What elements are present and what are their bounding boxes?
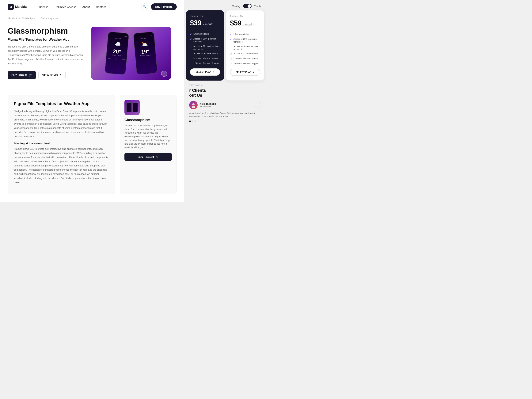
avatar-image: [191, 102, 196, 108]
hero-section: Glassmorphism Figma File Templates for W…: [0, 23, 184, 87]
platinum-feature-3: ✓ Access to 10 new templates per month: [230, 45, 260, 51]
nav-contact[interactable]: Contact: [96, 5, 106, 9]
platinum-feature-1-text: Lifetime updates: [234, 33, 249, 36]
hero-buttons: BUY - $46.00 🛒 VIEW DEMO ↗: [8, 71, 84, 79]
premium-select-label: SELECT PLAN: [196, 71, 211, 73]
toggle-knob: [247, 4, 251, 8]
premium-feature-1-text: Lifetime updates: [193, 32, 209, 35]
pricing-cards: Premium plan $39 / month ✓ Lifetime upda…: [186, 10, 264, 81]
hero-buy-button[interactable]: BUY - $46.00 🛒: [8, 71, 36, 79]
premium-feature-6: ✓ 12 Month Premium Support: [190, 62, 220, 65]
nav-about[interactable]: About: [82, 5, 90, 9]
mini-phone-2: [133, 102, 138, 112]
premium-select-button[interactable]: SELECT PLAN ↗: [190, 68, 220, 76]
breadcrumb-current: Glassmorphism: [40, 17, 57, 20]
platinum-feature-6-text: 24 Month Premium Support: [234, 62, 259, 65]
nav-browse[interactable]: Borwse: [39, 5, 48, 9]
plat-check-4: ✓: [230, 52, 232, 56]
nav-unlimited-access[interactable]: Unlimited Access: [55, 5, 76, 9]
time-2: 9AM: [114, 58, 117, 60]
hero-demo-button[interactable]: VIEW DEMO ↗: [38, 71, 66, 79]
premium-plan-label: Premium plan: [190, 15, 220, 18]
dot-indicators: [189, 120, 261, 122]
premium-feature-4-text: Access To Future Products: [193, 52, 218, 55]
phone-back: 1:41 Weather ☁️ 20° Toronto, Canada 6AM …: [105, 32, 129, 75]
time-3: 12PM: [121, 59, 125, 60]
product-card: Glassmorphism Included are only 2 mobile…: [120, 95, 177, 194]
product-image: [124, 100, 140, 115]
platinum-feature-3-text: Access to 10 new templates per month: [234, 45, 260, 51]
product-image-content: [126, 102, 138, 112]
platinum-arrow-icon: ↗: [253, 71, 255, 74]
hero-content: Glassmorphism Figma File Templates for W…: [8, 27, 84, 80]
hero-buy-label: BUY - $46.00: [11, 74, 28, 76]
platinum-select-button[interactable]: SELECT PLAN ↗: [230, 69, 260, 76]
hero-subtitle: Figma File Templates for Weather App: [8, 38, 84, 42]
svg-point-0: [192, 103, 195, 105]
testimonial-heading-line2: out Us: [189, 93, 202, 98]
platinum-feature-2-text: Access to 290+ premium templates: [234, 38, 260, 44]
product-description: Included are only 2 mobile app screens, …: [124, 124, 172, 149]
article-paragraph-2: Framer allows you to create fully intera…: [14, 147, 109, 185]
toggle-switch[interactable]: [243, 4, 252, 8]
premium-feature-4: ✓ Access To Future Products: [190, 52, 220, 56]
platinum-feature-5: ✓ Unlimited Website License: [230, 57, 260, 61]
platinum-feature-5-text: Unlimited Website License: [234, 57, 258, 60]
dot-2[interactable]: [192, 120, 193, 122]
breadcrumb-product[interactable]: Product: [8, 17, 17, 20]
forecast-row: 6AM 9AM 12PM: [108, 57, 125, 60]
arrow-icon: ↗: [59, 74, 62, 76]
product-buy-label: BUY - $46.00: [138, 155, 154, 158]
article-subheading: Starting at the atomic level: [14, 142, 109, 145]
premium-feature-5: ✓ Unlimited Website License: [190, 57, 220, 60]
plat-check-3: ✓: [230, 45, 232, 48]
search-button[interactable]: 🔍: [141, 3, 148, 10]
product-title: Glassmorphism: [124, 118, 172, 122]
chevron-right-icon: ›: [257, 103, 258, 107]
premium-feature-6-text: 12 Month Premium Support: [193, 62, 219, 65]
toggle-yearly: Yearly: [254, 5, 261, 8]
platinum-feature-2: ✓ Access to 290+ premium templates: [230, 38, 260, 44]
platinum-feature-6: ✓ 24 Month Premium Support: [230, 62, 260, 66]
check-icon-4: ✓: [190, 52, 192, 56]
buy-template-button[interactable]: Buy Template: [151, 3, 177, 10]
product-cart-icon: 🛒: [155, 155, 159, 158]
breadcrumb: Product / Mobile Apps / Glassmorphism: [0, 14, 184, 23]
plat-check-1: ✓: [230, 33, 232, 36]
breadcrumb-sep2: /: [38, 17, 39, 20]
platinum-plan-card: Platinum Plan $59 / month ✓ Lifetime upd…: [226, 10, 264, 81]
testimonial-next-button[interactable]: ›: [255, 102, 261, 108]
content-section: Figma File Templates for Weather App Nav…: [0, 87, 184, 202]
forecast-area: 6AM 9AM 12PM: [108, 57, 125, 60]
hero-description: Included are only 2 mobile app screens, …: [8, 45, 84, 66]
breadcrumb-sep1: /: [19, 17, 20, 20]
mini-phone-1: [126, 102, 132, 112]
premium-arrow-icon: ↗: [213, 71, 215, 73]
phone-screen-back: 1:41 Weather ☁️ 20° Toronto, Canada 6AM …: [105, 32, 129, 75]
premium-plan-price: $39 / month: [190, 19, 220, 27]
premium-feature-3-text: Access to 10 new templates per month: [193, 45, 220, 51]
search-icon: 🔍: [143, 5, 146, 9]
platinum-price-value: $59: [230, 19, 241, 27]
decoration-circle: [161, 71, 167, 77]
platinum-plan-label: Platinum Plan: [230, 15, 260, 18]
author-info: helle D. Inggs Professional: [200, 102, 216, 108]
plat-check-6: ✓: [230, 62, 232, 66]
logo-icon: M: [8, 4, 14, 10]
product-buy-button[interactable]: BUY - $46.00 🛒: [124, 153, 172, 161]
logo[interactable]: M Marckits: [8, 4, 28, 10]
right-panel: Monthly Yearly Premium plan $39 / month …: [184, 0, 266, 202]
hero-image: 1:41 Weather ☁️ 20° Toronto, Canada 6AM …: [91, 27, 171, 80]
dot-1[interactable]: [189, 120, 191, 122]
premium-price-value: $39: [190, 19, 201, 27]
breadcrumb-mobile-apps[interactable]: Mobile Apps: [22, 17, 36, 20]
testimonial-author: helle D. Inggs Professional ›: [189, 101, 261, 109]
dot-3[interactable]: [195, 120, 196, 122]
weather-label-front: Weather: [135, 37, 153, 40]
testimonial-quote: ur sapien sit amet, suscipit risus. Inte…: [189, 112, 261, 118]
plat-check-5: ✓: [230, 57, 232, 61]
weather-icon: ☁️: [109, 40, 127, 48]
navbar: M Marckits Borwse Unlimited Access About…: [0, 0, 184, 14]
phone-mockup: 1:41 Weather ☁️ 20° Toronto, Canada 6AM …: [110, 32, 152, 74]
phone-front: 1:41 Weather ⛅ 19° Montréal, Canada: [133, 32, 158, 75]
